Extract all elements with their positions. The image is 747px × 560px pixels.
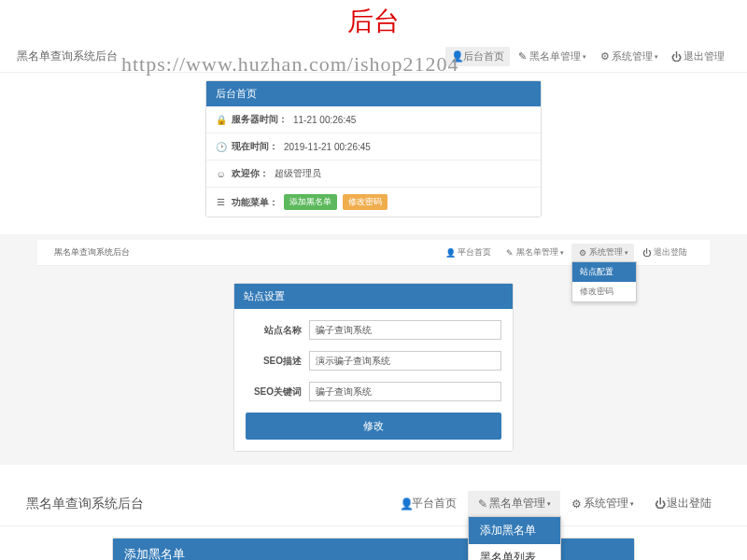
nav-system[interactable]: ⚙系统管理▾ 站点配置 修改密码 <box>571 244 634 261</box>
user-icon: 👤 <box>451 50 461 63</box>
row-welcome: ☺欢迎你：超级管理员 <box>206 161 541 188</box>
blacklist-dropdown: 添加黑名单 黑名单列表 搜索黑名单 <box>468 516 561 560</box>
screenshot-3: 黑名单查询系统后台 👤平台首页 ✎黑名单管理▾ 添加黑名单 黑名单列表 搜索黑名… <box>0 482 747 560</box>
row-server-time: 🔒服务器时间：11-21 00:26:45 <box>206 106 541 133</box>
row-menu: ☰功能菜单： 添加黑名单 修改密码 <box>206 188 541 217</box>
brand: 黑名单查询系统后台 <box>17 49 445 64</box>
screenshot-1: 黑名单查询系统后台 👤后台首页 ✎黑名单管理▾ ⚙系统管理▾ ⏻退出管理 后台首… <box>0 41 747 217</box>
brand: 黑名单查询系统后台 <box>54 246 440 259</box>
user-icon: 👤 <box>445 248 456 258</box>
lock-icon: 🔒 <box>216 115 226 125</box>
home-panel: 后台首页 🔒服务器时间：11-21 00:26:45 🕑现在时间：2019-11… <box>205 80 542 217</box>
nav-logout[interactable]: ⏻退出登陆 <box>645 491 721 516</box>
caret-icon: ▾ <box>583 53 586 61</box>
panel-title: 站点设置 <box>234 284 513 309</box>
gear-icon: ⚙ <box>599 50 610 63</box>
site-settings-panel: 站点设置 站点名称 SEO描述 SEO关键词 修改 <box>233 283 514 452</box>
nav-logout[interactable]: ⏻退出管理 <box>666 47 730 66</box>
panel-title: 后台首页 <box>206 81 541 106</box>
gear-icon: ⚙ <box>571 497 582 511</box>
nav-home[interactable]: 👤后台首页 <box>445 47 510 66</box>
nav-links: 👤平台首页 ✎黑名单管理▾ ⚙系统管理▾ 站点配置 修改密码 ⏻退出登陆 <box>440 244 693 261</box>
seo-desc-input[interactable] <box>309 351 501 371</box>
pencil-icon: ✎ <box>477 497 487 511</box>
field-site-name: 站点名称 <box>234 315 513 345</box>
row-now-time: 🕑现在时间：2019-11-21 00:26:45 <box>206 133 541 161</box>
brand: 黑名单查询系统后台 <box>26 496 390 512</box>
dropdown-blacklist-list[interactable]: 黑名单列表 <box>469 544 560 560</box>
submit-button[interactable]: 修改 <box>246 413 501 440</box>
nav-home[interactable]: 👤平台首页 <box>390 491 466 516</box>
smile-icon: ☺ <box>216 169 226 179</box>
power-icon: ⏻ <box>655 497 665 511</box>
navbar: 黑名单查询系统后台 👤后台首页 ✎黑名单管理▾ ⚙系统管理▾ ⏻退出管理 <box>0 41 747 73</box>
pencil-icon: ✎ <box>504 248 514 258</box>
user-icon: 👤 <box>400 497 410 511</box>
list-icon: ☰ <box>216 197 226 207</box>
seo-keywords-input[interactable] <box>309 382 501 401</box>
dropdown-change-password[interactable]: 修改密码 <box>572 282 636 301</box>
field-seo-desc: SEO描述 <box>234 345 513 376</box>
nav-links: 👤平台首页 ✎黑名单管理▾ 添加黑名单 黑名单列表 搜索黑名单 ⚙系统管理▾ ⏻… <box>390 491 721 516</box>
power-icon: ⏻ <box>671 51 682 63</box>
nav-blacklist[interactable]: ✎黑名单管理▾ <box>468 491 560 516</box>
pencil-icon: ✎ <box>517 50 528 63</box>
nav-blacklist[interactable]: ✎黑名单管理▾ <box>499 244 570 261</box>
gear-icon: ⚙ <box>577 248 587 258</box>
change-password-button[interactable]: 修改密码 <box>343 194 388 210</box>
nav-links: 👤后台首页 ✎黑名单管理▾ ⚙系统管理▾ ⏻退出管理 <box>445 47 730 66</box>
clock-icon: 🕑 <box>216 142 226 152</box>
add-blacklist-button[interactable]: 添加黑名单 <box>284 194 337 210</box>
page-main-title: 后台 <box>0 0 747 41</box>
nav-blacklist[interactable]: ✎黑名单管理▾ <box>512 47 592 66</box>
nav-system[interactable]: ⚙系统管理▾ <box>594 47 664 66</box>
site-name-input[interactable] <box>309 320 501 340</box>
navbar: 黑名单查询系统后台 👤平台首页 ✎黑名单管理▾ ⚙系统管理▾ 站点配置 修改密码… <box>37 240 710 266</box>
navbar: 黑名单查询系统后台 👤平台首页 ✎黑名单管理▾ 添加黑名单 黑名单列表 搜索黑名… <box>0 482 747 526</box>
dropdown-site-config[interactable]: 站点配置 <box>572 262 636 282</box>
field-seo-keywords: SEO关键词 <box>234 376 513 407</box>
caret-icon: ▾ <box>655 53 658 61</box>
nav-home[interactable]: 👤平台首页 <box>440 244 497 261</box>
nav-logout[interactable]: ⏻退出登陆 <box>636 244 693 261</box>
power-icon: ⏻ <box>641 248 652 258</box>
nav-system[interactable]: ⚙系统管理▾ <box>562 491 643 516</box>
system-dropdown: 站点配置 修改密码 <box>571 261 637 302</box>
screenshot-2: 黑名单查询系统后台 👤平台首页 ✎黑名单管理▾ ⚙系统管理▾ 站点配置 修改密码… <box>0 234 747 465</box>
dropdown-add-blacklist[interactable]: 添加黑名单 <box>469 517 560 544</box>
